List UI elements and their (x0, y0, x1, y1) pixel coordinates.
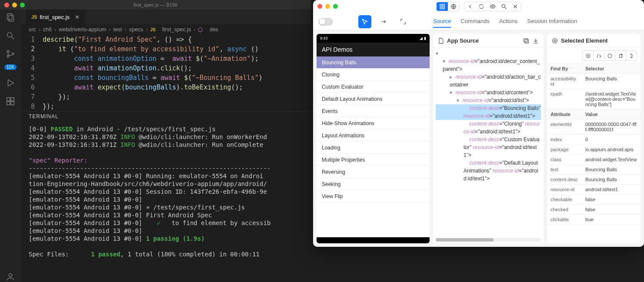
inspector-titlebar (313, 0, 644, 13)
list-item[interactable]: Reversing (317, 166, 430, 178)
tab-commands[interactable]: Commands (460, 15, 489, 28)
extensions-icon[interactable] (5, 96, 16, 106)
svg-line-3 (12, 37, 14, 40)
findby-table: Find BySelector accessibility idBouncing… (547, 64, 641, 109)
list-item[interactable]: Custom Evaluator (317, 81, 430, 93)
run-debug-icon[interactable] (5, 78, 16, 88)
list-item[interactable]: Multiple Properties (317, 154, 430, 166)
terminal-output[interactable]: [0-0] PASSED in Android - /test/specs/fi… (21, 124, 311, 259)
globe-icon[interactable] (448, 2, 459, 11)
tap-icon[interactable] (582, 50, 594, 61)
clear-icon[interactable] (604, 50, 615, 61)
svg-point-26 (554, 40, 556, 42)
table-row: index0 (547, 135, 641, 145)
close-icon[interactable]: ✕ (75, 14, 80, 20)
list-item[interactable]: Events (317, 105, 430, 117)
code-lines[interactable]: describe("First Android Spec", () => { i… (43, 35, 311, 111)
tab-label: first_spec.js (40, 14, 70, 20)
attributes-table: AttributeValue elementId00000000-0000-00… (547, 109, 641, 225)
copy-icon[interactable] (523, 37, 530, 44)
grid-icon[interactable] (437, 2, 448, 11)
list-item[interactable]: Cloning (317, 69, 430, 81)
back-icon[interactable] (464, 2, 476, 11)
tab-actions[interactable]: Actions (499, 15, 518, 28)
download-icon[interactable] (532, 37, 539, 44)
copy-icon[interactable] (615, 50, 626, 61)
table-row: classandroid.widget.TextView (547, 155, 641, 165)
tree-node[interactable]: ▸ resource-id="android:id/action_bar_con… (436, 73, 541, 89)
send-keys-icon[interactable] (593, 50, 604, 61)
line-gutter: 1 2 3 4 5 6 7 8 (21, 35, 43, 111)
breadcrumb[interactable]: src› ch6› webdriverio-appium› test› spec… (21, 24, 311, 35)
tree-node[interactable]: ▾ (436, 50, 541, 57)
svg-line-19 (504, 7, 506, 9)
swipe-icon[interactable] (377, 15, 390, 28)
refresh-icon[interactable] (476, 2, 487, 11)
view-mode-segment[interactable] (436, 2, 460, 11)
list-item[interactable]: Layout Animations (317, 129, 430, 142)
android-navbar (317, 237, 430, 243)
native-toggle[interactable] (318, 18, 333, 26)
expand-icon[interactable] (397, 15, 410, 28)
selected-element-panel: Selected Element Find BySelector accessi… (547, 34, 641, 243)
search-icon[interactable] (5, 30, 16, 41)
nav-segment[interactable] (464, 2, 521, 11)
panel-title: Selected Element (561, 37, 608, 44)
list-item[interactable]: Bouncing Balls (317, 56, 430, 69)
list-item[interactable]: Hide-Show Animations (317, 117, 430, 129)
svg-point-11 (9, 274, 12, 277)
activity-bar: 10K (0, 0, 21, 282)
scm-badge: 10K (4, 64, 17, 70)
list-item[interactable]: Loading (317, 142, 430, 154)
svg-rect-15 (443, 7, 444, 9)
svg-rect-23 (525, 40, 528, 43)
account-icon[interactable] (5, 272, 16, 282)
terminal-tab[interactable]: TERMINAL (21, 111, 311, 124)
svg-rect-12 (440, 4, 441, 6)
table-row: checkedfalse (547, 205, 641, 215)
tab-source[interactable]: Source (433, 15, 451, 28)
search-icon[interactable] (498, 2, 510, 11)
close-icon[interactable] (510, 2, 521, 11)
tree-node[interactable]: ▾ resource-id="android:id/list"> (436, 96, 541, 104)
tree-node[interactable]: ▾ resource-id="android:id/decor_content_… (436, 57, 541, 73)
svg-point-18 (502, 4, 505, 7)
table-row: packageio.appium.android.apis (547, 145, 641, 155)
table-row: resource-idandroid:id/text1 (547, 185, 641, 195)
traffic-lights[interactable] (4, 3, 25, 7)
tree-node[interactable]: content-desc="Custom Evaluator" resource… (436, 136, 541, 159)
select-element-button[interactable] (358, 15, 371, 28)
traffic-lights[interactable] (317, 4, 338, 9)
tree-node[interactable]: content-desc="Bouncing Balls" resource-i… (436, 104, 541, 120)
tab-session-info[interactable]: Session Information (527, 15, 577, 28)
timer-icon[interactable] (626, 50, 637, 61)
explorer-icon[interactable] (5, 12, 16, 23)
svg-rect-1 (9, 15, 13, 21)
panel-title: App Source (447, 37, 520, 44)
table-row: clickabletrue (547, 215, 641, 225)
device-screenshot[interactable]: 9:43◢ ▮ API Demos Bouncing BallsCloningC… (317, 34, 430, 243)
svg-rect-0 (7, 14, 12, 20)
tree-node[interactable]: content-desc="Cloning" resource-id="andr… (436, 120, 541, 136)
table-row: textBouncing Balls (547, 165, 641, 175)
tree-node[interactable]: ▾ resource-id="android:id/content"> (436, 89, 541, 96)
code-editor[interactable]: 1 2 3 4 5 6 7 8 describe("First Android … (21, 35, 311, 111)
source-control-icon[interactable] (5, 49, 16, 59)
list-item[interactable]: Seeking (317, 178, 430, 190)
tab-first-spec[interactable]: JS first_spec.js ✕ (26, 10, 85, 24)
svg-point-25 (553, 38, 557, 43)
inspector-toolbar: Source Commands Actions Session Informat… (313, 13, 644, 30)
app-source-panel: App Source ▾ ▾ resource-id="android:id/d… (433, 34, 544, 243)
table-row: content-descBouncing Balls (547, 175, 641, 185)
svg-rect-10 (11, 102, 14, 105)
tree-node[interactable]: content-desc="Default Layout Animations"… (436, 159, 541, 182)
source-tree[interactable]: ▾ ▾ resource-id="android:id/decor_conten… (433, 48, 544, 238)
svg-rect-24 (524, 38, 527, 42)
js-file-icon: JS (31, 14, 37, 20)
list-item[interactable]: Default Layout Animations (317, 93, 430, 105)
eye-icon[interactable] (487, 2, 498, 11)
list-item[interactable]: View Flip (317, 190, 430, 202)
device-list[interactable]: Bouncing BallsCloningCustom EvaluatorDef… (317, 56, 430, 237)
svg-rect-13 (443, 4, 444, 6)
horizontal-scrollbar[interactable] (436, 238, 541, 242)
